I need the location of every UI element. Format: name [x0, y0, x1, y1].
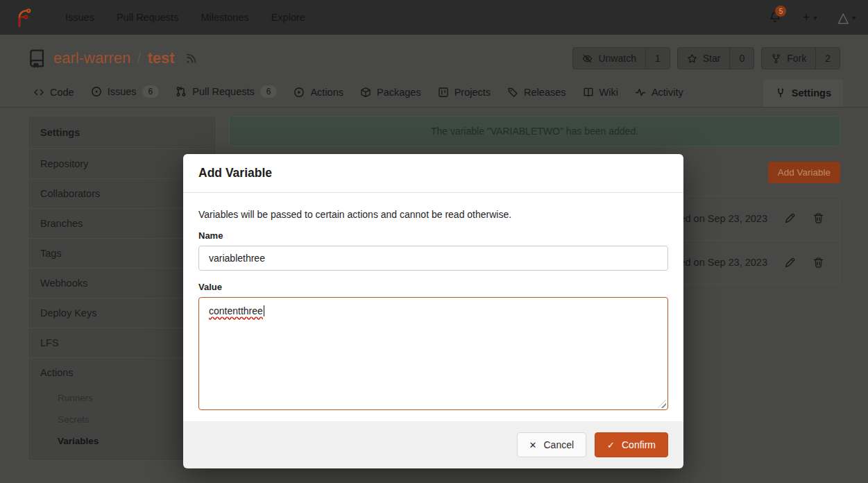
tab-label: Releases: [524, 87, 565, 98]
repo-header: earl-warren / test Unwatch 1: [0, 35, 868, 78]
tab-label: Packages: [377, 87, 421, 98]
tab-pull-requests[interactable]: Pull Requests 6: [167, 78, 285, 107]
delete-icon[interactable]: [812, 212, 824, 224]
add-variable-button[interactable]: Add Variable: [768, 162, 840, 183]
notification-count-badge: 5: [775, 6, 786, 17]
eye-off-icon: [582, 53, 593, 64]
forgejo-logo-icon[interactable]: [12, 7, 33, 28]
tab-settings[interactable]: Settings: [763, 79, 843, 107]
text-cursor: [264, 305, 264, 316]
sidebar-title: Settings: [28, 117, 216, 149]
git-pull-request-icon: [176, 86, 187, 97]
repo-separator: /: [137, 49, 141, 67]
nav-link-milestones[interactable]: Milestones: [201, 12, 248, 23]
repo-title: earl-warren / test: [28, 49, 197, 68]
star-button[interactable]: Star 0: [677, 47, 754, 69]
chevron-down-icon: ▾: [852, 14, 856, 22]
tab-code[interactable]: Code: [25, 79, 83, 107]
tab-packages[interactable]: Packages: [352, 79, 429, 107]
nav-link-issues[interactable]: Issues: [65, 12, 94, 23]
pull-requests-count-badge: 6: [260, 85, 278, 98]
rss-icon[interactable]: [185, 53, 197, 65]
value-field-label: Value: [198, 282, 668, 292]
tab-label: Projects: [454, 87, 491, 98]
modal-title: Add Variable: [183, 154, 683, 193]
top-navbar: Issues Pull Requests Milestones Explore …: [0, 0, 868, 35]
edit-icon[interactable]: [784, 257, 796, 269]
flash-success-banner: The variable "VARIABLETWO" has been adde…: [229, 116, 840, 146]
tab-wiki[interactable]: Wiki: [575, 79, 627, 107]
issues-count-badge: 6: [142, 85, 160, 98]
navbar-right: 5 + ▾ △ ▾: [769, 9, 856, 26]
star-label: Star: [703, 53, 721, 64]
nav-link-pull-requests[interactable]: Pull Requests: [117, 12, 178, 23]
variable-value-textarea[interactable]: contentthree: [198, 297, 668, 410]
edit-icon[interactable]: [784, 212, 796, 224]
book-icon: [583, 87, 594, 98]
code-icon: [33, 87, 44, 98]
tab-issues[interactable]: Issues 6: [83, 78, 168, 107]
tab-label: Actions: [310, 87, 343, 98]
unwatch-label: Unwatch: [598, 53, 636, 64]
cancel-label: Cancel: [543, 439, 574, 450]
repo-action-buttons: Unwatch 1 Star 0 Fork 2: [572, 47, 840, 69]
nav-link-explore[interactable]: Explore: [271, 12, 305, 23]
tab-label: Settings: [792, 87, 831, 99]
tab-label: Issues: [108, 86, 137, 97]
modal-body: Variables will be passed to certain acti…: [183, 193, 683, 421]
delete-icon[interactable]: [812, 257, 824, 269]
tab-actions[interactable]: Actions: [285, 79, 352, 107]
tab-releases[interactable]: Releases: [499, 79, 574, 107]
fork-count[interactable]: 2: [815, 48, 840, 69]
variable-name-input[interactable]: [198, 246, 668, 271]
tab-label: Code: [50, 87, 74, 98]
modal-description: Variables will be passed to certain acti…: [198, 209, 668, 220]
star-icon: [687, 53, 697, 64]
user-menu-dropdown[interactable]: △ ▾: [838, 9, 856, 26]
fork-icon: [771, 53, 781, 64]
tab-projects[interactable]: Projects: [429, 79, 499, 107]
modal-footer: ✕ Cancel ✓ Confirm: [183, 421, 683, 468]
project-board-icon: [438, 87, 449, 98]
watch-count[interactable]: 1: [645, 48, 670, 69]
plus-icon: +: [802, 10, 810, 25]
flash-message: The variable "VARIABLETWO" has been adde…: [431, 126, 638, 137]
close-icon: ✕: [529, 440, 537, 450]
tab-activity[interactable]: Activity: [627, 79, 692, 107]
settings-tools-icon: [775, 87, 786, 99]
fork-button[interactable]: Fork 2: [761, 47, 840, 69]
play-circle-icon: [293, 87, 305, 98]
issue-opened-icon: [91, 86, 102, 97]
repo-icon: [28, 49, 47, 68]
repo-owner-link[interactable]: earl-warren: [53, 49, 130, 67]
confirm-button[interactable]: ✓ Confirm: [595, 432, 668, 457]
tab-label: Pull Requests: [192, 86, 254, 97]
star-count[interactable]: 0: [729, 48, 754, 69]
fork-label: Fork: [787, 53, 806, 64]
tab-label: Wiki: [599, 87, 618, 98]
repo-name-link[interactable]: test: [147, 49, 174, 67]
tab-label: Activity: [652, 87, 683, 98]
unwatch-button[interactable]: Unwatch 1: [572, 47, 670, 69]
tag-icon: [507, 87, 518, 98]
package-icon: [360, 87, 371, 98]
notifications-button[interactable]: 5: [769, 11, 781, 24]
value-text: contentthree: [209, 305, 263, 316]
check-icon: ✓: [607, 440, 615, 450]
add-variable-modal: Add Variable Variables will be passed to…: [183, 154, 683, 466]
pulse-icon: [635, 87, 646, 98]
chevron-down-icon: ▾: [814, 14, 817, 22]
avatar: △: [838, 9, 849, 26]
create-new-dropdown[interactable]: + ▾: [802, 10, 817, 25]
cancel-button[interactable]: ✕ Cancel: [517, 432, 587, 457]
confirm-label: Confirm: [622, 439, 656, 450]
name-field-label: Name: [198, 230, 668, 241]
repo-tabbar: Code Issues 6 Pull Requests 6 Actions Pa…: [0, 78, 868, 108]
resize-grip[interactable]: [658, 400, 666, 408]
